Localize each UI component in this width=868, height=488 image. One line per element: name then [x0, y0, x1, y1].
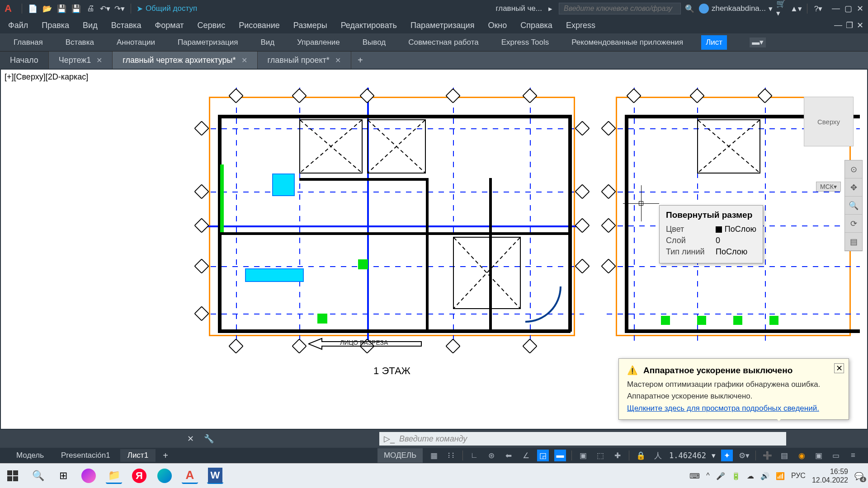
viewport-label[interactable]: [+][Сверху][2D-каркас] [5, 72, 88, 82]
lineweight-icon[interactable]: ▬ [554, 450, 566, 461]
undo-icon[interactable]: ↶▾ [100, 3, 111, 14]
layout-tab-model[interactable]: Модель [9, 449, 51, 462]
autocad-icon[interactable]: A [182, 468, 198, 484]
model-paper-toggle[interactable]: МОДЕЛЬ [377, 448, 423, 463]
tray-volume-icon[interactable]: 🔊 [760, 472, 769, 480]
new-icon[interactable]: 📄 [28, 3, 38, 14]
menu-modify[interactable]: Редактировать [341, 21, 397, 30]
tray-cloud-icon[interactable]: ☁ [747, 472, 754, 480]
menu-help[interactable]: Справка [520, 21, 552, 30]
layout-tab-1[interactable]: Presentación1 [54, 449, 118, 462]
menu-parametric[interactable]: Параметризация [410, 21, 474, 30]
ribbon-tab-output[interactable]: Вывод [358, 35, 390, 50]
nav-zoom-icon[interactable]: 🔍 [845, 197, 862, 215]
tray-clock[interactable]: 16:59 12.04.2022 [812, 467, 848, 484]
search-input[interactable] [559, 3, 681, 14]
ribbon-tab-express[interactable]: Express Tools [497, 35, 554, 50]
yandex-browser-icon[interactable] [80, 468, 97, 484]
search-icon[interactable]: 🔍 [684, 3, 695, 14]
workspace-icon[interactable]: ⚙▾ [738, 450, 750, 461]
cart-icon[interactable]: 🛒▾ [776, 3, 787, 14]
menu-draw[interactable]: Рисование [239, 21, 280, 30]
close-icon[interactable]: ✕ [241, 56, 247, 65]
close-icon[interactable]: ✕ [335, 56, 341, 65]
ucs-badge[interactable]: МСК▾ [816, 182, 841, 192]
menu-view[interactable]: Вид [83, 21, 98, 30]
ribbon-tab-annotate[interactable]: Аннотации [112, 35, 160, 50]
action-center-icon[interactable]: 💬4 [854, 472, 863, 480]
annoscale-lock-icon[interactable]: 🔒 [635, 450, 646, 461]
share-button[interactable]: ➤ Общий доступ [137, 4, 197, 14]
menu-edit[interactable]: Правка [42, 21, 69, 30]
drawing-canvas[interactable]: [+][Сверху][2D-каркас] [0, 69, 868, 430]
nav-showmotion-icon[interactable]: ▤ [845, 233, 862, 251]
doctab-main-arch[interactable]: главный чертеж архитектуры*✕ [113, 52, 257, 69]
doctab-main-project[interactable]: главный проект*✕ [258, 52, 351, 69]
menu-window[interactable]: Окно [488, 21, 507, 30]
close-icon[interactable]: ✕ [96, 56, 102, 65]
ribbon-tab-parametric[interactable]: Параметризация [173, 35, 243, 50]
yandex-icon[interactable]: Я [131, 468, 147, 484]
search-icon[interactable]: 🔍 [30, 468, 46, 484]
plot-icon[interactable]: 🖨 [85, 3, 96, 14]
word-icon[interactable]: W [207, 468, 223, 484]
edge-icon[interactable] [156, 468, 173, 484]
doctab-drawing1[interactable]: Чертеж1✕ [49, 52, 113, 69]
cycling-icon[interactable]: ⬚ [594, 450, 606, 461]
isolate-icon[interactable]: ▣ [813, 450, 825, 461]
scale-value[interactable]: 1.462462 [669, 451, 706, 460]
ribbon-tab-layout[interactable]: Лист [701, 35, 727, 50]
ribbon-tab-manage[interactable]: Управление [292, 35, 344, 50]
taskview-icon[interactable]: ⊞ [55, 468, 71, 484]
ribbon-tab-insert[interactable]: Вставка [61, 35, 99, 50]
menu-dimension[interactable]: Размеры [293, 21, 327, 30]
annotation-visibility-icon[interactable]: ✦ [721, 450, 733, 461]
notification-close[interactable]: ✕ [834, 363, 844, 373]
save-icon[interactable]: 💾 [57, 3, 67, 14]
ortho-icon[interactable]: ∟ [468, 450, 480, 461]
hardware-accel-icon[interactable]: ◉ [796, 450, 807, 461]
grid-icon[interactable]: ▦ [428, 450, 440, 461]
help-icon[interactable]: ?▾ [813, 3, 824, 14]
ribbon-tab-home[interactable]: Главная [9, 35, 47, 50]
close-button[interactable]: ✕ [857, 4, 863, 14]
start-button[interactable] [5, 468, 21, 484]
tray-chevron-icon[interactable]: ^ [706, 472, 710, 480]
touchkeyboard-icon[interactable]: ⌨ [689, 472, 700, 480]
menu-file[interactable]: Файл [8, 21, 28, 30]
add-layout-button[interactable]: + [158, 450, 173, 461]
ribbon-tab-collab[interactable]: Совместная работа [404, 35, 483, 50]
ribbon-collapse-icon[interactable]: ▬▾ [750, 38, 766, 47]
layout-tab-2[interactable]: Лист1 [120, 449, 156, 462]
annomonitor-icon[interactable]: ✚ [612, 450, 623, 461]
menu-express[interactable]: Express [566, 21, 595, 30]
minimize-button[interactable]: — [832, 4, 840, 14]
osnap-tracking-icon[interactable]: ∠ [520, 450, 532, 461]
tray-wifi-icon[interactable]: 📶 [776, 472, 785, 480]
ribbon-tab-featured[interactable]: Рекомендованные приложения [567, 35, 688, 50]
redo-icon[interactable]: ↷▾ [114, 3, 125, 14]
units-icon[interactable]: ➕ [761, 450, 773, 461]
autodesk-icon[interactable]: ▲▾ [791, 3, 802, 14]
osnap-icon[interactable]: ◲ [537, 450, 549, 461]
explorer-icon[interactable]: 📁 [106, 468, 122, 484]
add-tab-button[interactable]: + [351, 52, 369, 69]
cmdline-config-icon[interactable]: 🔧 [201, 434, 217, 444]
menu-insert[interactable]: Вставка [111, 21, 142, 30]
doc-close[interactable]: ✕ [857, 20, 863, 30]
transparency-icon[interactable]: ▣ [577, 450, 589, 461]
customize-icon[interactable]: ≡ [847, 450, 859, 461]
annoscale-icon[interactable]: 人 [652, 450, 664, 461]
snap-icon[interactable]: ⫶⫶ [445, 450, 457, 461]
polar-icon[interactable]: ⊛ [486, 450, 497, 461]
doctab-start[interactable]: Начало [0, 52, 49, 69]
user-account[interactable]: zhenkaabdina...▾ [699, 4, 773, 14]
cleanscreen-icon[interactable]: ▭ [830, 450, 842, 461]
tray-mic-icon[interactable]: 🎤 [716, 472, 725, 480]
maximize-button[interactable]: ▢ [844, 4, 852, 14]
nav-wheel-icon[interactable]: ⊙ [845, 160, 862, 178]
ribbon-tab-view[interactable]: Вид [256, 35, 279, 50]
viewcube[interactable]: Сверху [804, 97, 854, 146]
doc-restore[interactable]: ❐ [846, 20, 853, 30]
cmdline-close[interactable]: ✕ [184, 434, 197, 444]
